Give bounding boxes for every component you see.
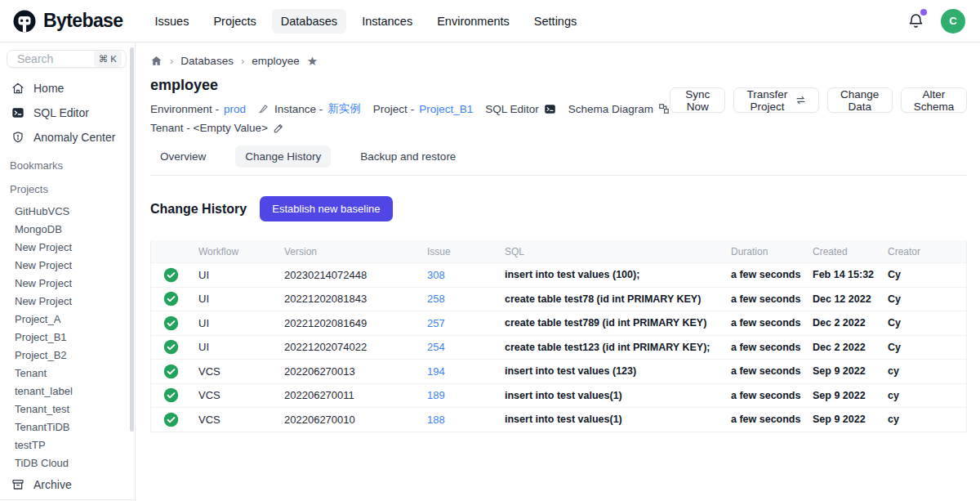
favorite-star-icon[interactable]: ★	[307, 55, 318, 67]
sidebar-project-item[interactable]: tenant_label	[0, 382, 135, 400]
sidebar-project-item[interactable]: GitHubVCS	[0, 202, 135, 220]
nav-item[interactable]: Projects	[204, 9, 265, 34]
created-cell: Dec 2 2022	[813, 317, 888, 329]
tab[interactable]: Change History	[235, 145, 331, 168]
nav-item[interactable]: Issues	[145, 9, 198, 34]
sidebar-item-anomaly-center[interactable]: Anomaly Center	[0, 125, 135, 150]
sidebar-project-item[interactable]: Tenant	[0, 364, 135, 382]
sql-editor-link-label: SQL Editor	[485, 103, 539, 115]
sidebar-item-sql-editor[interactable]: SQL Editor	[0, 101, 135, 125]
environment-link[interactable]: prod	[224, 103, 246, 115]
top-navigation-bar: Bytebase Issues Projects Databases Insta…	[0, 0, 980, 42]
breadcrumb-databases[interactable]: Databases	[180, 55, 234, 67]
sidebar: ⌘ K Home SQL Editor	[0, 42, 136, 501]
nav-item[interactable]: Settings	[525, 9, 586, 34]
establish-baseline-button[interactable]: Establish new baseline	[260, 196, 392, 221]
status-cell	[151, 412, 198, 427]
bytebase-logo-icon	[11, 8, 38, 34]
sidebar-scrollbar[interactable]	[130, 47, 134, 432]
creator-column-header: Creator	[888, 246, 966, 257]
sync-now-button[interactable]: Sync Now	[670, 87, 725, 113]
tenant-meta: Tenant - <Empty Value>	[150, 122, 284, 134]
notifications-button[interactable]	[907, 12, 924, 29]
sidebar-project-item[interactable]: New Project	[0, 256, 135, 274]
page-actions: Sync Now Transfer Project Change Data Al…	[670, 87, 967, 113]
nav-item[interactable]: Instances	[353, 9, 421, 34]
edit-pencil-icon[interactable]	[273, 123, 284, 134]
workflow-cell: UI	[198, 269, 284, 281]
version-cell: 202206270013	[284, 365, 427, 378]
schema-diagram-link-label: Schema Diagram	[568, 103, 653, 115]
breadcrumb-home-icon[interactable]	[150, 55, 163, 67]
issue-link[interactable]: 188	[427, 414, 445, 426]
table-row[interactable]: VCS 202206270010 188 insert into test va…	[151, 407, 966, 432]
issue-link[interactable]: 257	[427, 317, 445, 329]
sidebar-project-item[interactable]: TiDB Cloud	[0, 454, 135, 472]
alter-schema-button[interactable]: Alter Schema	[901, 87, 967, 113]
database-meta-line: Environment - prod Instance - 新实例 P	[150, 101, 670, 116]
sidebar-project-item[interactable]: TenantTiDB	[0, 418, 135, 436]
bytebase-logo[interactable]: Bytebase	[11, 8, 122, 34]
sidebar-project-item[interactable]: MongoDB	[0, 220, 135, 238]
status-cell	[151, 291, 198, 306]
terminal-icon	[544, 103, 556, 115]
sql-cell: insert into test values(1)	[505, 414, 731, 425]
change-data-button[interactable]: Change Data	[827, 87, 893, 113]
project-link[interactable]: Project_B1	[419, 103, 473, 115]
issue-link[interactable]: 308	[427, 269, 445, 281]
version-cell: 202206270011	[284, 389, 427, 401]
sidebar-project-item[interactable]: Project_B2	[0, 346, 135, 364]
instance-label: Instance -	[274, 103, 323, 115]
sidebar-project-item[interactable]: Project_A	[0, 310, 135, 328]
success-status-icon	[163, 387, 179, 403]
sidebar-project-item[interactable]: New Project	[0, 274, 135, 292]
schema-diagram-shortcut[interactable]: Schema Diagram	[568, 103, 670, 115]
table-row[interactable]: VCS 202206270011 189 insert into test va…	[151, 383, 966, 408]
instance-link[interactable]: 新实例	[327, 101, 361, 116]
sidebar-project-item[interactable]: Project_B1	[0, 328, 135, 346]
table-row[interactable]: UI 20230214072448 308 insert into test v…	[151, 262, 966, 287]
sidebar-item-label: Anomaly Center	[33, 131, 115, 144]
sidebar-project-item[interactable]: Tenant_test	[0, 400, 135, 418]
schema-diagram-icon	[658, 103, 670, 114]
nav-item[interactable]: Environments	[428, 9, 519, 34]
table-body: UI 20230214072448 308 insert into test v…	[151, 262, 966, 432]
workflow-cell: VCS	[198, 389, 284, 401]
sql-cell: create table test78 (id int PRIMARY KEY)	[505, 293, 731, 305]
workflow-cell: UI	[198, 293, 284, 305]
issue-link[interactable]: 189	[427, 389, 445, 401]
table-row[interactable]: VCS 202206270013 194 insert into test va…	[151, 359, 966, 383]
issue-link[interactable]: 254	[427, 341, 445, 353]
issue-link[interactable]: 258	[427, 293, 445, 305]
nav-item[interactable]: Databases	[272, 9, 346, 34]
version-cell: 202206270010	[284, 414, 427, 426]
chevron-right-icon: ›	[241, 55, 244, 67]
bookmarks-section-label: Bookmarks	[0, 150, 135, 173]
sidebar-item-home[interactable]: Home	[0, 76, 135, 101]
transfer-project-button[interactable]: Transfer Project	[733, 87, 818, 113]
status-cell	[151, 267, 198, 283]
workflow-column-header: Workflow	[198, 246, 284, 257]
database-tabs: Overview Change History Backup and resto…	[150, 145, 967, 176]
duration-cell: a few seconds	[731, 293, 813, 305]
search-box[interactable]: ⌘ K	[7, 50, 127, 68]
sidebar-item-archive[interactable]: Archive	[0, 472, 135, 499]
user-avatar[interactable]: C	[941, 9, 965, 34]
tab[interactable]: Backup and restore	[350, 145, 466, 168]
sidebar-item-label: SQL Editor	[33, 106, 89, 119]
created-column-header: Created	[813, 246, 888, 257]
sidebar-project-item[interactable]: New Project	[0, 292, 135, 310]
sidebar-project-item[interactable]: testTP	[0, 436, 135, 454]
tab[interactable]: Overview	[150, 145, 216, 168]
search-input[interactable]	[16, 51, 74, 66]
table-row[interactable]: UI 20221202081649 257 create table test7…	[151, 311, 966, 335]
table-row[interactable]: UI 20221202074022 254 create table test1…	[151, 335, 966, 360]
created-cell: Feb 14 15:32	[813, 269, 888, 280]
workflow-cell: UI	[198, 341, 284, 353]
creator-cell: cy	[888, 414, 966, 425]
issue-link[interactable]: 194	[427, 365, 445, 378]
table-row[interactable]: UI 20221202081843 258 create table test7…	[151, 287, 966, 311]
sidebar-item-label: Home	[33, 82, 64, 95]
sql-editor-shortcut[interactable]: SQL Editor	[485, 103, 556, 115]
sidebar-project-item[interactable]: New Project	[0, 238, 135, 256]
